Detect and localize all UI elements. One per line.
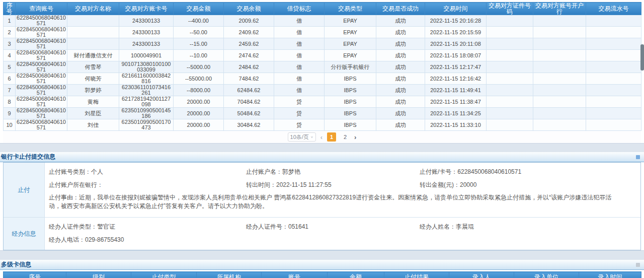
table-cell: --15.00 <box>174 38 224 50</box>
table-cell: IBPS <box>325 119 376 131</box>
table-cell <box>487 38 533 50</box>
table-cell: 20000.00 <box>174 108 224 119</box>
collapse-icon[interactable] <box>636 155 640 159</box>
scrollbar-thumb[interactable] <box>640 44 644 71</box>
table-cell: 何雪琴 <box>67 61 119 73</box>
table-cell: 贷 <box>274 96 325 108</box>
table-cell: 借 <box>274 15 325 27</box>
multi-card-section-bar: 多级卡信息 <box>0 260 644 270</box>
table-cell: 黄梅 <box>67 96 119 108</box>
transactions-region: 序号查询账号交易对方名称交易对方账卡号交易金额交易余额借贷标志交易类型交易是否成… <box>0 2 644 143</box>
table-row: 66228450068040610571何晓芳62166116000038428… <box>4 73 641 85</box>
table-cell: 30484.62 <box>224 119 274 131</box>
table-cell: --55000.00 <box>174 73 224 85</box>
stop-payment-section-bar: 银行卡止付提交信息 <box>0 152 644 162</box>
page-button-2[interactable]: 2 <box>341 132 350 142</box>
table-cell: 6228450068040610571 <box>16 85 67 96</box>
table-cell <box>586 108 641 119</box>
table-cell: 借 <box>274 50 325 61</box>
multi-card-table: 序号级别止付类型所属机构账号余额止付结果录入人录入单位录入时间1一级第三方止付中… <box>3 271 641 278</box>
table-cell: 6228450068040610571 <box>16 73 67 85</box>
table-cell: 贷 <box>274 119 325 131</box>
table-cell: 刘佳 <box>67 119 119 131</box>
table-cell: 成功 <box>376 85 425 96</box>
column-header: 交易对方名称 <box>67 3 119 15</box>
table-cell: --50.00 <box>174 27 224 38</box>
table-cell: 成功 <box>376 119 425 131</box>
field-transfer-time: 转出时间：2022-11-15 11:27:55 <box>246 181 420 189</box>
prev-page-button[interactable]: ‹ <box>320 133 323 141</box>
table-cell: 2022-11-15 11:34:25 <box>425 108 487 119</box>
column-header: 账号 <box>262 272 328 278</box>
table-cell: IBPS <box>325 85 376 96</box>
field-handler-cert-type: 经办人证件类型：警官证 <box>49 223 246 231</box>
stop-payment-reason: 止付事由：近期，我单位在接报刘妮被骗警情中，发现涉案人员利用贵单位相关账户 曹鸿… <box>49 193 636 215</box>
table-cell: 2022-11-15 20:11:08 <box>425 38 487 50</box>
table-cell: 6228450068040610571 <box>16 15 67 27</box>
table-cell: IBPS <box>325 96 376 108</box>
table-cell <box>487 27 533 38</box>
page-button-1[interactable]: 1 <box>327 132 336 142</box>
table-cell: 财付通微信支付 <box>67 50 119 61</box>
table-cell <box>586 50 641 61</box>
stop-payment-group-content: 止付账号类别：个人 止付账户名：郭梦艳 止付账/卡号：6228450068040… <box>45 163 640 217</box>
table-cell <box>67 27 119 38</box>
collapse-icon[interactable] <box>636 263 640 267</box>
table-cell: EPAY <box>325 50 376 61</box>
table-cell: 9010713080100100033099 <box>119 61 174 73</box>
table-cell: --10.00 <box>174 50 224 61</box>
table-cell: 2022-11-15 18:08:07 <box>425 50 487 61</box>
table-cell: 6228450068040610571 <box>16 108 67 119</box>
stop-payment-group-label: 止付 <box>4 163 45 217</box>
handler-group: 经办信息 经办人证件类型：警官证 经办人证件号：051641 经办人姓名：李晨琨… <box>4 217 640 250</box>
scrollbar[interactable] <box>640 0 644 278</box>
table-cell: 成功 <box>376 73 425 85</box>
table-cell: 贷 <box>274 108 325 119</box>
column-header: 查询账号 <box>16 3 67 15</box>
table-cell: 20000.00 <box>174 96 224 108</box>
table-cell <box>487 73 533 85</box>
table-row: 96228450068040610571刘星臣62350109905001451… <box>4 108 641 119</box>
table-cell: 6 <box>4 73 16 85</box>
table-cell: 2009.62 <box>224 15 274 27</box>
table-cell: 62484.62 <box>224 85 274 96</box>
table-row: 76228450068040610571郭梦婷62303611010734162… <box>4 85 641 96</box>
table-cell: 借 <box>274 61 325 73</box>
table-cell <box>533 73 586 85</box>
table-cell: 成功 <box>376 15 425 27</box>
table-cell: 50484.62 <box>224 108 274 119</box>
column-header: 交易余额 <box>224 3 274 15</box>
column-header: 录入单位 <box>514 272 579 278</box>
table-cell <box>487 15 533 27</box>
page-size-select[interactable]: 10条/页 ∨ <box>288 132 316 142</box>
table-cell: 2 <box>4 27 16 38</box>
column-header: 录入时间 <box>579 272 641 278</box>
table-cell: 9 <box>4 108 16 119</box>
table-cell: 2484.62 <box>224 61 274 73</box>
table-cell: 2022-11-15 12:17:47 <box>425 61 487 73</box>
table-cell: --400.00 <box>174 15 224 27</box>
handler-group-content: 经办人证件类型：警官证 经办人证件号：051641 经办人姓名：李晨琨 经办人电… <box>45 218 640 250</box>
table-cell: 借 <box>274 38 325 50</box>
multi-card-section-title: 多级卡信息 <box>1 260 31 269</box>
table-cell <box>533 38 586 50</box>
table-cell <box>533 119 586 131</box>
table-cell <box>67 15 119 27</box>
table-cell <box>586 119 641 131</box>
field-card-no: 止付账/卡号：6228450068040610571 <box>420 168 636 176</box>
table-row: 26228450068040610571243300133--50.002409… <box>4 27 641 38</box>
table-cell <box>586 61 641 73</box>
table-cell: 243300133 <box>119 27 174 38</box>
table-row: 16228450068040610571243300133--400.00200… <box>4 15 641 27</box>
table-cell: 成功 <box>376 50 425 61</box>
field-bank: 止付账户所在银行： <box>49 181 246 189</box>
column-header: 交易对方证件号码 <box>487 3 533 15</box>
next-page-button[interactable]: › <box>354 133 356 141</box>
table-cell <box>487 96 533 108</box>
pagination: 10条/页 ∨ ‹ 1 2 › <box>3 131 641 143</box>
table-cell <box>586 38 641 50</box>
table-row: 106228450068040610571刘佳62350109905001704… <box>4 119 641 131</box>
column-header: 交易类型 <box>325 3 376 15</box>
table-cell <box>586 85 641 96</box>
field-handler-cert-no: 经办人证件号：051641 <box>246 223 420 231</box>
